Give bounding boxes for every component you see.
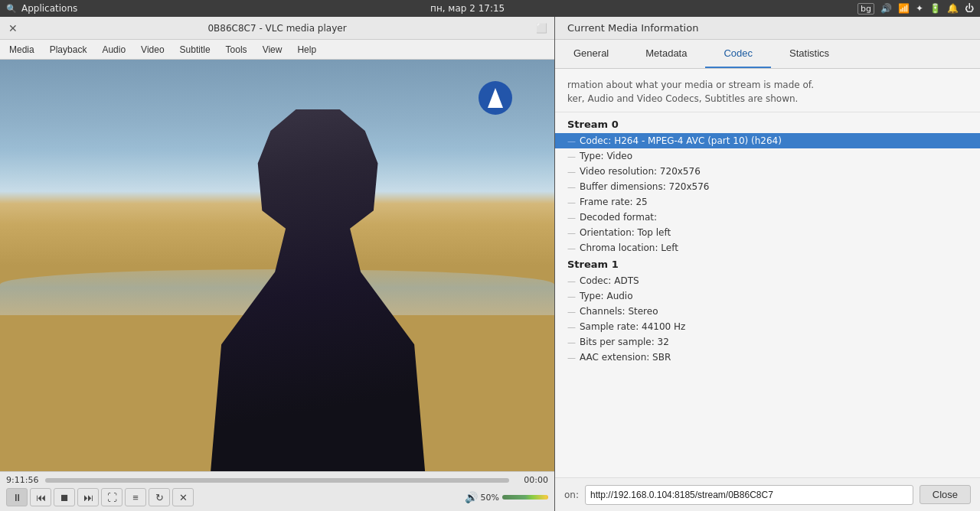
tab-statistics[interactable]: Statistics	[771, 40, 848, 68]
codec-item-orientation[interactable]: Orientation: Top left	[555, 225, 980, 240]
power-icon: ⏻	[965, 3, 974, 14]
codec-item-samplerate[interactable]: Sample rate: 44100 Hz	[555, 319, 980, 334]
main-area: ✕ 0B86C8C7 - VLC media player ⬜ Media Pl…	[0, 17, 980, 511]
video-area	[0, 60, 554, 471]
volume-icon: 🔊	[880, 3, 892, 14]
menu-view[interactable]: View	[256, 43, 289, 57]
url-label: on:	[564, 490, 579, 500]
system-bar-center: пн, мар 2 17:15	[430, 3, 505, 14]
time-total: 00:00	[514, 475, 548, 485]
menu-tools[interactable]: Tools	[220, 43, 253, 57]
vlc-menubar: Media Playback Audio Video Subtitle Tool…	[0, 40, 554, 60]
vlc-watermark	[479, 81, 512, 115]
info-description: rmation about what your media or stream …	[555, 69, 980, 112]
bg-icon: bg	[858, 3, 874, 15]
menu-playback[interactable]: Playback	[44, 43, 93, 57]
vlc-controls: 9:11:56 00:00 ⏸ ⏮ ⏹ ⏭ ⛶ ≡ ↻ ✕ 🔊 50%	[0, 471, 554, 511]
info-panel: Current Media Information General Metada…	[555, 17, 980, 511]
vlc-close-button[interactable]: ✕	[6, 21, 20, 35]
applications-label[interactable]: Applications	[21, 3, 77, 14]
vlc-cone-inner	[488, 88, 503, 108]
codec-item-aac[interactable]: AAC extension: SBR	[555, 350, 980, 365]
fullscreen-button[interactable]: ⛶	[101, 488, 122, 506]
volume-area: 🔊 50%	[465, 491, 548, 503]
vlc-panel: ✕ 0B86C8C7 - VLC media player ⬜ Media Pl…	[0, 17, 555, 511]
time-elapsed: 9:11:56	[6, 475, 41, 485]
volume-icon: 🔊	[465, 491, 478, 503]
buttons-row: ⏸ ⏮ ⏹ ⏭ ⛶ ≡ ↻ ✕ 🔊 50%	[0, 487, 554, 508]
tab-metadata[interactable]: Metadata	[627, 40, 705, 68]
vlc-titlebar: ✕ 0B86C8C7 - VLC media player ⬜	[0, 17, 554, 40]
codec-item-channels[interactable]: Channels: Stereo	[555, 304, 980, 319]
vlc-cone-icon	[479, 81, 512, 115]
next-button[interactable]: ⏭	[77, 488, 99, 506]
vlc-title: 0B86C8C7 - VLC media player	[20, 23, 534, 34]
search-icon: 🔍	[6, 4, 17, 14]
info-desc-line2: ker, Audio and Video Codecs, Subtitles a…	[567, 92, 968, 106]
menu-subtitle[interactable]: Subtitle	[174, 43, 217, 57]
info-tabs: General Metadata Codec Statistics	[555, 40, 980, 69]
codec-item-buffer[interactable]: Buffer dimensions: 720x576	[555, 179, 980, 194]
info-titlebar: Current Media Information	[555, 17, 980, 40]
menu-video[interactable]: Video	[135, 43, 170, 57]
random-button[interactable]: ✕	[172, 488, 194, 506]
battery-icon: 🔋	[929, 3, 941, 14]
stream-0-header: Stream 0	[555, 116, 980, 133]
menu-help[interactable]: Help	[291, 43, 322, 57]
notification-icon: 🔔	[947, 3, 959, 14]
volume-percent: 50%	[481, 493, 499, 503]
system-bar: 🔍 Applications пн, мар 2 17:15 bg 🔊 📶 ✦ …	[0, 0, 980, 17]
codec-item-chroma[interactable]: Chroma location: Left	[555, 240, 980, 255]
codec-item-bitspersample[interactable]: Bits per sample: 32	[555, 334, 980, 350]
codec-item-framerate[interactable]: Frame rate: 25	[555, 194, 980, 210]
loop-button[interactable]: ↻	[149, 488, 170, 506]
video-canvas	[0, 60, 554, 471]
menu-audio[interactable]: Audio	[96, 43, 132, 57]
progress-bar[interactable]	[45, 478, 509, 483]
codec-item-resolution[interactable]: Video resolution: 720x576	[555, 164, 980, 179]
codec-item-adts[interactable]: Codec: ADTS	[555, 273, 980, 288]
system-bar-left: 🔍 Applications	[6, 3, 77, 14]
codec-item-type-video[interactable]: Type: Video	[555, 148, 980, 164]
stop-button[interactable]: ⏹	[54, 488, 75, 506]
progress-row: 9:11:56 00:00	[0, 472, 554, 487]
playlist-button[interactable]: ≡	[125, 488, 146, 506]
info-panel-title: Current Media Information	[567, 22, 698, 34]
prev-button[interactable]: ⏮	[30, 488, 51, 506]
system-bar-right: bg 🔊 📶 ✦ 🔋 🔔 ⏻	[858, 3, 974, 15]
vlc-expand-button[interactable]: ⬜	[534, 21, 548, 35]
stream-1-header: Stream 1	[555, 255, 980, 273]
codec-item-type-audio[interactable]: Type: Audio	[555, 288, 980, 304]
wifi-icon: 📶	[898, 3, 910, 14]
codec-item-decoded-format[interactable]: Decoded format:	[555, 210, 980, 225]
codec-item-h264[interactable]: Codec: H264 - MPEG-4 AVC (part 10) (h264…	[555, 133, 980, 148]
codec-tree: Stream 0 Codec: H264 - MPEG-4 AVC (part …	[555, 112, 980, 477]
datetime-label: пн, мар 2 17:15	[430, 3, 505, 14]
info-desc-line1: rmation about what your media or stream …	[567, 78, 968, 92]
bluetooth-icon: ✦	[916, 3, 923, 14]
pause-button[interactable]: ⏸	[6, 488, 28, 506]
tab-codec[interactable]: Codec	[705, 40, 771, 68]
tab-general[interactable]: General	[555, 40, 627, 68]
info-bottom-bar: on: Close	[555, 477, 980, 511]
menu-media[interactable]: Media	[3, 43, 41, 57]
volume-bar[interactable]	[502, 495, 548, 500]
url-input[interactable]	[585, 485, 913, 505]
close-button[interactable]: Close	[920, 485, 971, 504]
